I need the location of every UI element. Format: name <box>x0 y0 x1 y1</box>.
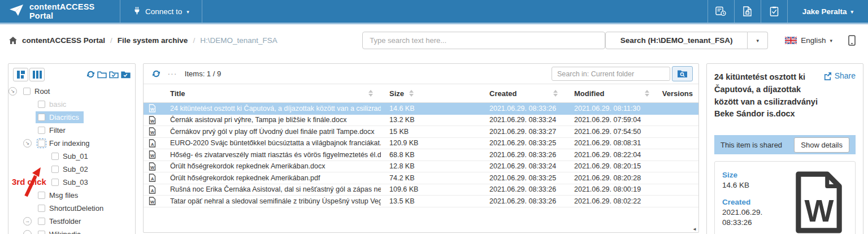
svg-text:W: W <box>150 165 155 170</box>
svg-text:W: W <box>150 153 155 158</box>
svg-text:W: W <box>150 200 155 205</box>
hscroll-left-arrow[interactable]: ◄ <box>692 227 697 232</box>
table-row[interactable]: AŐrült hőségrekordok repkednek Amerikába… <box>144 172 698 184</box>
table-row[interactable]: AEURO-2020 Svájc büntetőkkel búcsúztatta… <box>144 138 698 150</box>
svg-text:W: W <box>150 130 155 135</box>
sort-icon[interactable] <box>368 90 373 97</box>
search-button[interactable]: Search (H:\DEMO_tenant_FSA) <box>605 32 748 49</box>
tree-item-basic[interactable]: basic <box>8 98 135 111</box>
tree-node: Msg files <box>36 189 83 201</box>
pdf-file-icon: A <box>144 185 170 194</box>
tasks-clock-icon[interactable] <box>708 0 734 23</box>
share-icon <box>823 72 832 80</box>
mobile-phone-icon[interactable] <box>848 35 856 46</box>
table-row[interactable]: ARušná noc Erika Černáka Asistoval, dal … <box>144 184 698 196</box>
expand-icon[interactable]: → <box>23 230 32 234</box>
folder-checkbox[interactable] <box>38 101 45 108</box>
folder-checkbox[interactable] <box>38 127 45 134</box>
folder-checkbox[interactable] <box>23 88 31 95</box>
tree-item-wikipedia[interactable]: →Wikipedia <box>8 228 135 234</box>
sort-icon[interactable] <box>553 90 558 97</box>
folder-checkbox[interactable] <box>51 179 59 186</box>
column-header-size[interactable]: Size <box>381 84 481 102</box>
folder-checkbox[interactable] <box>51 153 59 160</box>
breadcrumb-portal[interactable]: contentACCESS Portal <box>22 36 105 45</box>
folder-icon[interactable] <box>97 71 107 79</box>
column-header-created[interactable]: Created <box>481 84 566 102</box>
search-in-folder-input[interactable] <box>552 67 670 81</box>
language-menu[interactable]: English ▾ <box>785 36 832 45</box>
table-row[interactable]: WTatar opäť nehral a sledoval semifinále… <box>144 196 698 207</box>
folder-label: Diacritics <box>49 113 79 122</box>
connect-to-menu[interactable]: Connect to ▾ <box>120 0 202 23</box>
cell-modified: 2021.06.29. 08:00:19 <box>566 185 657 193</box>
tree-node: For indexing <box>36 137 94 149</box>
column-header-title[interactable]: Title <box>170 84 381 102</box>
collapse-icon[interactable]: ↘ <box>23 139 32 148</box>
tree-item-root[interactable]: ↘Root <box>8 85 135 98</box>
share-button[interactable]: Share <box>823 71 856 80</box>
tree-node: Wikipedia <box>36 228 85 234</box>
tree-item-testfolder[interactable]: →Testfolder <box>8 215 135 228</box>
folder-check-icon[interactable] <box>109 71 119 79</box>
home-icon[interactable] <box>9 37 17 44</box>
table-row[interactable]: WHőség- és zivatarveszély miatt riasztás… <box>144 149 698 161</box>
file-list-panel: ... Items: 1 / 9 TitleSizeCreatedModifie… <box>143 63 699 233</box>
folder-checkbox[interactable] <box>38 192 45 199</box>
selected-item-title: 24 kitüntetést osztott ki Čaputová, a dí… <box>714 71 823 120</box>
tree-item-sub-03[interactable]: 3rd clickSub_03 <box>8 176 135 189</box>
clipboard-check-icon[interactable] <box>761 0 787 23</box>
column-label: Versions <box>662 89 693 98</box>
tree-node: Filter <box>36 124 70 136</box>
table-row[interactable]: WČernák asistoval pri výhre, Tampa je bl… <box>144 115 698 127</box>
breadcrumb-separator: / <box>193 36 195 45</box>
more-options-icon[interactable]: ... <box>168 71 177 73</box>
folder-checkbox[interactable] <box>38 218 45 225</box>
tree-item-msg-files[interactable]: Msg files <box>8 189 135 202</box>
breadcrumb-archive[interactable]: File system archive <box>118 36 188 45</box>
cell-size: 68.8 KB <box>381 151 481 159</box>
table-row[interactable]: WČernákov prvý gól v play off Úvodný due… <box>144 126 698 138</box>
cell-size: 12.8 KB <box>381 162 481 170</box>
tree-item-filter[interactable]: Filter <box>8 124 135 137</box>
column-header-modified[interactable]: Modified <box>566 84 657 102</box>
folder-checkbox[interactable] <box>38 205 45 212</box>
language-label: English <box>801 36 826 45</box>
word-file-icon: W <box>144 116 170 124</box>
sort-icon[interactable] <box>409 90 414 97</box>
shared-banner-text: This item is shared <box>721 141 782 149</box>
folder-search-button[interactable] <box>672 66 693 81</box>
table-row[interactable]: W24 kitüntetést osztott ki Čaputová, a d… <box>144 103 698 115</box>
toggle-tree-pane-button[interactable] <box>13 68 28 81</box>
folder-checkbox[interactable] <box>51 166 59 173</box>
toggle-columns-button[interactable] <box>29 68 45 81</box>
chevron-down-icon: ▾ <box>756 38 759 44</box>
folder-checkbox[interactable] <box>38 114 45 121</box>
sort-icon[interactable] <box>645 90 649 97</box>
cell-created: 2021.06.29. 08:33:24 <box>481 116 566 124</box>
cell-size: 74.2 KB <box>381 174 481 182</box>
search-input[interactable] <box>362 32 605 49</box>
expand-icon[interactable]: → <box>23 217 32 226</box>
refresh-icon[interactable] <box>152 70 160 78</box>
user-menu[interactable]: Jake Peralta ▾ <box>787 0 868 23</box>
folder-checkbox[interactable] <box>38 231 45 234</box>
tree-item-diacritics[interactable]: Diacritics <box>8 111 135 124</box>
show-details-button[interactable]: Show details <box>794 137 849 153</box>
document-lock-icon[interactable] <box>734 0 761 23</box>
tree-item-sub-02[interactable]: Sub_02 <box>8 163 135 176</box>
tree-item-shortcutdeletion[interactable]: ShortcutDeletion <box>8 202 135 215</box>
tree-item-for-indexing[interactable]: ↘For indexing <box>8 137 135 150</box>
cell-size: 15 KB <box>381 128 481 136</box>
folder-check-filled-icon[interactable] <box>121 71 131 79</box>
table-row[interactable]: WŐrült hőségrekordok repkednek Amerikába… <box>144 161 698 173</box>
collapse-icon[interactable]: ↘ <box>8 87 17 96</box>
folder-checkbox[interactable] <box>38 140 45 147</box>
refresh-icon[interactable] <box>86 70 95 79</box>
cell-created: 2021.06.29. 08:33:26 <box>481 151 566 159</box>
tree-node: ShortcutDeletion <box>36 202 108 214</box>
search-scope-dropdown[interactable]: ▾ <box>748 32 768 49</box>
brand-home-link[interactable]: contentACCESS Portal <box>0 0 120 23</box>
tree-item-sub-01[interactable]: Sub_01 <box>8 150 135 163</box>
folder-label: Msg files <box>49 191 78 200</box>
